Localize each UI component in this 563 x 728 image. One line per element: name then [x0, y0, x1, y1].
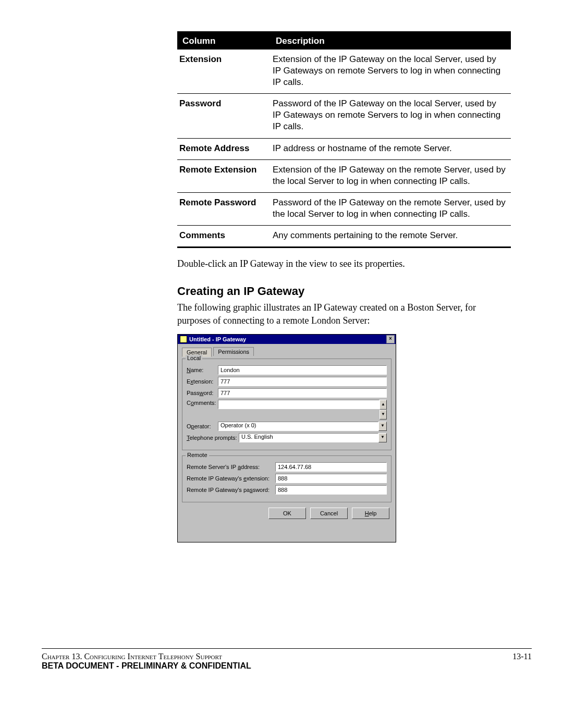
table-row: CommentsAny comments pertaining to the r…	[177, 226, 511, 248]
table-row: Remote PasswordPassword of the IP Gatewa…	[177, 192, 511, 225]
dialog-title-text: Untitled - IP Gateway	[189, 335, 384, 344]
name-field[interactable]	[218, 365, 387, 375]
paragraph-after-table: Double-click an IP Gateway in the view t…	[177, 257, 511, 270]
footer-chapter: Chapter 13. Configuring Internet Telepho…	[42, 652, 222, 661]
page-number: 13-11	[512, 652, 532, 661]
column-description-table: Column Description ExtensionExtension of…	[177, 31, 511, 248]
group-local-legend: Local	[186, 355, 202, 361]
prompts-label: Telephone prompts:	[187, 435, 239, 441]
scroll-up-icon[interactable]: ▲	[380, 400, 387, 410]
table-header-column: Column	[177, 32, 271, 50]
scroll-down-icon[interactable]: ▼	[380, 410, 387, 419]
help-button[interactable]: Help	[352, 508, 389, 519]
remote-extension-label: Remote IP Gateway's extension:	[187, 475, 275, 482]
chevron-down-icon[interactable]: ▼	[378, 422, 387, 431]
remote-address-label: Remote Server's IP address:	[187, 464, 275, 470]
ip-gateway-dialog: Untitled - IP Gateway × General Permissi…	[177, 334, 396, 542]
ok-button[interactable]: OK	[268, 508, 306, 519]
table-row: Remote ExtensionExtension of the IP Gate…	[177, 159, 511, 192]
page-footer: Chapter 13. Configuring Internet Telepho…	[42, 648, 532, 671]
group-remote-legend: Remote	[186, 452, 209, 458]
name-label: Name:	[187, 367, 218, 373]
extension-field[interactable]	[218, 377, 387, 386]
remote-address-field[interactable]	[275, 462, 387, 472]
extension-label: Extension:	[187, 378, 218, 385]
operator-value: Operator (x 0)	[218, 422, 378, 431]
group-local: Local Name: Extension: Password: Co	[182, 359, 391, 450]
table-row: ExtensionExtension of the IP Gateway on …	[177, 50, 511, 94]
password-field[interactable]	[218, 388, 387, 398]
intro-paragraph: The following graphic illustrates an IP …	[177, 301, 511, 327]
comments-label: Comments:	[187, 400, 218, 406]
group-remote: Remote Remote Server's IP address: Remot…	[182, 455, 391, 502]
prompts-value: U.S. English	[239, 433, 378, 442]
table-row: PasswordPassword of the IP Gateway on th…	[177, 94, 511, 138]
remote-password-field[interactable]	[275, 485, 387, 495]
cancel-button[interactable]: Cancel	[310, 508, 348, 519]
app-icon	[180, 336, 187, 343]
comments-field[interactable]	[218, 400, 380, 409]
password-label: Password:	[187, 390, 218, 396]
section-heading: Creating an IP Gateway	[177, 285, 511, 298]
prompts-combobox[interactable]: U.S. English ▼	[239, 433, 387, 442]
footer-banner: BETA DOCUMENT - PRELIMINARY & CONFIDENTI…	[42, 661, 532, 671]
operator-label: Operator:	[187, 423, 218, 429]
remote-extension-field[interactable]	[275, 474, 387, 483]
chevron-down-icon[interactable]: ▼	[378, 433, 387, 442]
dialog-titlebar: Untitled - IP Gateway ×	[178, 335, 396, 344]
close-icon[interactable]: ×	[386, 335, 395, 343]
table-header-description: Description	[271, 32, 511, 50]
remote-password-label: Remote IP Gateway's password:	[187, 487, 275, 493]
tab-permissions[interactable]: Permissions	[213, 347, 254, 356]
table-row: Remote AddressIP address or hostname of …	[177, 138, 511, 159]
tab-strip: General Permissions	[182, 347, 391, 356]
operator-combobox[interactable]: Operator (x 0) ▼	[218, 422, 387, 431]
